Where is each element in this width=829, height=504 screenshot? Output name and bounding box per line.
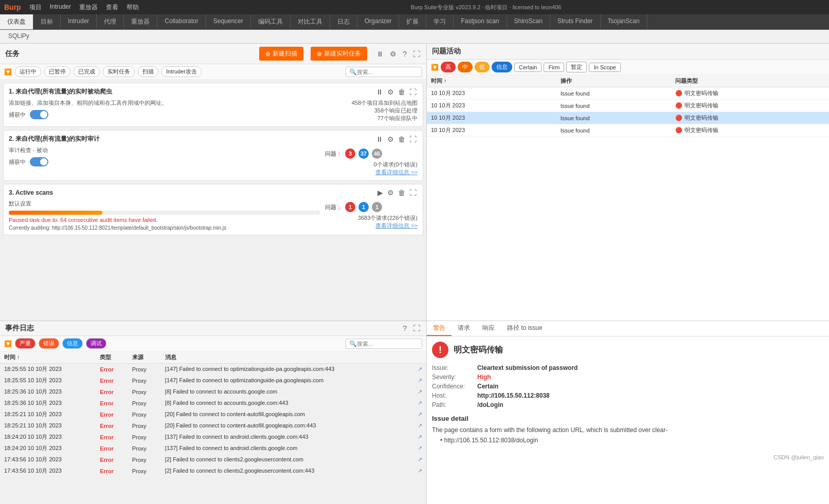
new-scan-button[interactable]: ⊕ 新建扫描 bbox=[259, 47, 303, 61]
task-2-delete[interactable]: 🗑 bbox=[397, 135, 406, 143]
menu-project[interactable]: 项目 bbox=[29, 3, 42, 12]
log-ext-link[interactable]: ↗ bbox=[418, 411, 422, 418]
log-row[interactable]: 18:25:55 10 10月 2023 Error Proxy [147] F… bbox=[0, 364, 426, 375]
log-ext-link[interactable]: ↗ bbox=[418, 377, 422, 384]
log-ext-link[interactable]: ↗ bbox=[418, 422, 422, 429]
tab-dashboard[interactable]: 仪表盘 bbox=[0, 14, 33, 29]
task-1-toggle[interactable] bbox=[30, 110, 48, 119]
tab-proxy[interactable]: 代理 bbox=[97, 14, 124, 29]
menu-view[interactable]: 查看 bbox=[106, 3, 118, 12]
task-3-expand[interactable]: ⛶ bbox=[408, 189, 418, 197]
log-ext-link[interactable]: ↗ bbox=[418, 400, 422, 406]
issues-cert-certain[interactable]: Certain bbox=[514, 63, 542, 72]
log-row[interactable]: 18:25:36 10 10月 2023 Error Proxy [8] Fai… bbox=[0, 398, 426, 409]
issue-row[interactable]: 10 10月 2023 Issue found 🔴明文密码传输 bbox=[427, 124, 829, 137]
log-row[interactable]: 18:25:36 10 10月 2023 Error Proxy [8] Fai… bbox=[0, 386, 426, 398]
issue-tab-response[interactable]: 响应 bbox=[476, 321, 501, 336]
expand-all-button[interactable]: ⛶ bbox=[412, 50, 421, 58]
menu-help[interactable]: 帮助 bbox=[127, 3, 139, 12]
issues-cert-tentative[interactable]: 暂定 bbox=[566, 62, 587, 72]
tab-sequencer[interactable]: Sequencer bbox=[206, 14, 251, 29]
log-filter-severe[interactable]: 严重 bbox=[15, 338, 35, 349]
log-col-source[interactable]: 来源 bbox=[128, 351, 161, 364]
log-row[interactable]: 17:43:56 10 10月 2023 Error Proxy [2] Fai… bbox=[0, 454, 426, 465]
tab-shiroscan[interactable]: ShiroScan bbox=[507, 14, 550, 29]
sub-tab-sqlipy[interactable]: SQLiPy bbox=[2, 30, 35, 43]
new-live-task-button[interactable]: ⊕ 新建实时任务 bbox=[311, 47, 367, 61]
task-3-delete[interactable]: 🗑 bbox=[397, 189, 406, 197]
issues-cert-firm[interactable]: Firm bbox=[544, 63, 564, 72]
log-search-input[interactable] bbox=[357, 341, 419, 347]
tab-struts[interactable]: Struts Finder bbox=[550, 14, 601, 29]
issues-col-time[interactable]: 时间 ↑ bbox=[427, 75, 556, 87]
task-3-play[interactable]: ▶ bbox=[376, 189, 384, 197]
log-row[interactable]: 18:24:20 10 10月 2023 Error Proxy [137] F… bbox=[0, 432, 426, 443]
tab-extensions[interactable]: 扩展 bbox=[399, 14, 426, 29]
log-filter-error[interactable]: 错误 bbox=[39, 338, 59, 349]
filter-intruder[interactable]: Intruder攻击 bbox=[161, 66, 202, 77]
issues-col-type[interactable]: 问题类型 bbox=[671, 75, 829, 87]
task-2-pause[interactable]: ⏸ bbox=[375, 135, 384, 143]
filter-live[interactable]: 实时任务 bbox=[103, 66, 135, 77]
filter-paused[interactable]: 已暂停 bbox=[44, 66, 70, 77]
log-ext-link[interactable]: ↗ bbox=[418, 434, 422, 440]
issues-col-action[interactable]: 操作 bbox=[556, 75, 672, 87]
issues-filter-mid[interactable]: 中 bbox=[458, 62, 473, 72]
issue-tab-advisory[interactable]: 警告 bbox=[427, 321, 452, 336]
eventlog-help[interactable]: ? bbox=[402, 324, 408, 332]
log-col-type[interactable]: 类型 bbox=[96, 351, 128, 364]
task-3-settings[interactable]: ⚙ bbox=[386, 189, 395, 197]
log-filter-debug[interactable]: 调试 bbox=[86, 338, 106, 349]
issue-tab-path[interactable]: 路径 to issue bbox=[501, 321, 549, 336]
log-row[interactable]: 18:25:21 10 10月 2023 Error Proxy [20] Fa… bbox=[0, 409, 426, 420]
log-ext-link[interactable]: ↗ bbox=[418, 456, 422, 463]
eventlog-expand[interactable]: ⛶ bbox=[412, 324, 421, 332]
tab-organizer[interactable]: Organizer bbox=[357, 14, 400, 29]
issues-filter-low[interactable]: 低 bbox=[475, 62, 490, 72]
issues-cert-inscope[interactable]: In Scope bbox=[589, 63, 620, 72]
task-2-settings[interactable]: ⚙ bbox=[386, 135, 395, 143]
tasks-search-input[interactable] bbox=[357, 69, 419, 75]
menu-repeater[interactable]: 重放器 bbox=[79, 3, 98, 12]
log-ext-link[interactable]: ↗ bbox=[418, 366, 422, 372]
log-row[interactable]: 17:43:56 10 10月 2023 Error Proxy [2] Fai… bbox=[0, 465, 426, 477]
task-3-detail-link[interactable]: 查看详细信息 >> bbox=[325, 222, 418, 230]
menu-intruder[interactable]: Intruder bbox=[50, 3, 71, 12]
issues-filter-info[interactable]: 信息 bbox=[492, 62, 512, 72]
task-1-pause[interactable]: ⏸ bbox=[375, 88, 384, 96]
log-col-time[interactable]: 时间 ↑ bbox=[0, 351, 96, 364]
tab-logger[interactable]: 日志 bbox=[330, 14, 357, 29]
filter-completed[interactable]: 已完成 bbox=[74, 66, 100, 77]
task-2-detail-link[interactable]: 查看详细信息 >> bbox=[325, 169, 418, 176]
settings-all-button[interactable]: ⚙ bbox=[389, 50, 398, 58]
log-col-message[interactable]: 消息 bbox=[161, 351, 426, 364]
tab-compare[interactable]: 对比工具 bbox=[291, 14, 330, 29]
tab-fastjson[interactable]: Fastjson scan bbox=[454, 14, 507, 29]
tab-intruder[interactable]: Intruder bbox=[61, 14, 97, 29]
log-row[interactable]: 18:25:21 10 10月 2023 Error Proxy [20] Fa… bbox=[0, 420, 426, 432]
issue-row[interactable]: 10 10月 2023 Issue found 🔴明文密码传输 bbox=[427, 112, 829, 124]
log-row[interactable]: 18:24:20 10 10月 2023 Error Proxy [137] F… bbox=[0, 443, 426, 454]
task-1-settings[interactable]: ⚙ bbox=[386, 88, 395, 96]
log-ext-link[interactable]: ↗ bbox=[418, 468, 422, 474]
issues-filter-high[interactable]: 高 bbox=[441, 62, 456, 72]
task-1-delete[interactable]: 🗑 bbox=[397, 88, 406, 96]
filter-running[interactable]: 运行中 bbox=[15, 66, 41, 77]
log-ext-link[interactable]: ↗ bbox=[418, 445, 422, 452]
tab-encoder[interactable]: 编码工具 bbox=[251, 14, 291, 29]
tab-repeater[interactable]: 重放器 bbox=[124, 14, 157, 29]
issue-row[interactable]: 10 10月 2023 Issue found 🔴明文密码传输 bbox=[427, 100, 829, 112]
tab-tsojan[interactable]: TsojanScan bbox=[601, 14, 647, 29]
log-filter-info[interactable]: 信息 bbox=[62, 338, 83, 349]
task-1-expand[interactable]: ⛶ bbox=[408, 88, 418, 96]
issue-tab-request[interactable]: 请求 bbox=[452, 321, 476, 336]
log-ext-link[interactable]: ↗ bbox=[418, 388, 422, 395]
tab-collaborator[interactable]: Collaborator bbox=[157, 14, 206, 29]
help-all-button[interactable]: ? bbox=[402, 50, 408, 58]
issue-row[interactable]: 10 10月 2023 Issue found 🔴明文密码传输 bbox=[427, 87, 829, 100]
task-2-expand[interactable]: ⛶ bbox=[408, 135, 418, 143]
tab-target[interactable]: 目标 bbox=[33, 14, 61, 29]
pause-all-button[interactable]: ⏸ bbox=[375, 50, 385, 58]
filter-scan[interactable]: 扫描 bbox=[138, 66, 158, 77]
task-2-toggle[interactable] bbox=[30, 157, 48, 166]
